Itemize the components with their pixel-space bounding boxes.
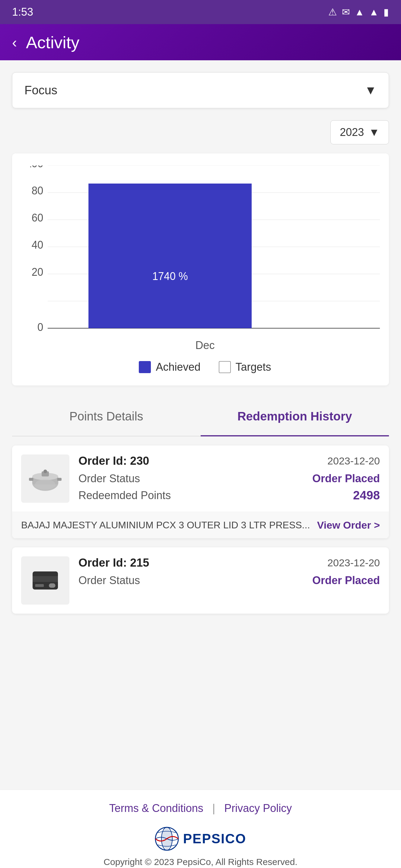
- footer-links: Terms & Conditions | Privacy Policy: [12, 802, 389, 815]
- order-1-details: Order Id: 230 2023-12-20 Order Status Or…: [79, 455, 380, 502]
- chart-legend: Achieved Targets: [30, 361, 380, 373]
- order-1-points-row: Redeemded Points 2498: [79, 489, 380, 502]
- view-order-1-link[interactable]: View Order >: [317, 519, 380, 531]
- order-1-footer: BAJAJ MAJESTY ALUMINIUM PCX 3 OUTER LID …: [12, 512, 389, 538]
- order-1-status-value: Order Placed: [312, 472, 380, 485]
- order-card-2: Order Id: 215 2023-12-20 Order Status Or…: [12, 547, 389, 614]
- year-chevron-icon: ▼: [369, 126, 379, 138]
- order-1-image: [21, 455, 69, 503]
- status-bar: 1:53 ⚠ ✉ ▲ ▲ ▮: [0, 0, 401, 24]
- svg-point-22: [35, 479, 55, 490]
- svg-text:40: 40: [32, 239, 44, 251]
- order-2-details: Order Id: 215 2023-12-20 Order Status Or…: [79, 556, 380, 590]
- battery-icon: ▮: [383, 6, 389, 18]
- order-2-date: 2023-12-20: [327, 557, 380, 569]
- achieved-label: Achieved: [156, 361, 200, 373]
- svg-text:0: 0: [37, 321, 43, 333]
- svg-rect-13: [88, 184, 252, 328]
- footer: Terms & Conditions | Privacy Policy PEPS…: [0, 789, 401, 868]
- svg-text:100: 100: [30, 165, 43, 169]
- targets-color-box: [219, 361, 231, 373]
- svg-text:60: 60: [32, 212, 44, 224]
- achieved-color-box: [139, 361, 151, 373]
- footer-logo-row: PEPSICO: [12, 827, 389, 851]
- bar-chart: 100 80 60 40 20 0 1740 %: [30, 165, 380, 334]
- legend-achieved: Achieved: [139, 361, 200, 373]
- pepsico-globe-icon: [155, 827, 179, 851]
- order-1-id-row: Order Id: 230 2023-12-20: [79, 455, 380, 467]
- chart-area: 100 80 60 40 20 0 1740 %: [30, 165, 380, 334]
- message-icon: ✉: [342, 6, 350, 18]
- year-dropdown[interactable]: 2023 ▼: [331, 120, 389, 144]
- order-2-id-row: Order Id: 215 2023-12-20: [79, 556, 380, 569]
- dropdown-chevron-icon: ▼: [365, 84, 377, 97]
- svg-rect-25: [35, 584, 44, 587]
- order-1-status-row: Order Status Order Placed: [79, 472, 380, 485]
- svg-rect-24: [33, 576, 58, 582]
- order-1-points-value: 2498: [353, 489, 380, 502]
- page-header: ‹ Activity: [0, 24, 401, 60]
- order-2-status-row: Order Status Order Placed: [79, 574, 380, 587]
- svg-point-19: [44, 470, 47, 473]
- order-1-date: 2023-12-20: [327, 455, 380, 467]
- order-card-2-main: Order Id: 215 2023-12-20 Order Status Or…: [12, 547, 389, 614]
- svg-text:20: 20: [32, 266, 44, 278]
- wifi-icon: ▲: [355, 7, 365, 18]
- status-time: 1:53: [12, 6, 33, 19]
- svg-rect-20: [29, 478, 33, 481]
- signal-icon: ▲: [369, 7, 379, 18]
- order-2-image: [21, 556, 69, 604]
- tab-points-details[interactable]: Points Details: [12, 398, 201, 436]
- tabs: Points Details Redemption History: [12, 398, 389, 436]
- warning-icon: ⚠: [328, 6, 337, 18]
- order-2-status-value: Order Placed: [312, 574, 380, 587]
- main-content: Focus ▼ 2023 ▼ 100 80 60 40: [0, 60, 401, 789]
- targets-label: Targets: [236, 361, 271, 373]
- back-button[interactable]: ‹: [12, 34, 17, 51]
- order-2-status-label: Order Status: [79, 574, 140, 587]
- terms-link[interactable]: Terms & Conditions: [109, 802, 203, 815]
- order-1-points-label: Redeemded Points: [79, 489, 171, 502]
- svg-text:80: 80: [32, 184, 44, 196]
- focus-dropdown[interactable]: Focus ▼: [12, 72, 389, 108]
- footer-divider: |: [212, 802, 215, 815]
- order-card-1-main: Order Id: 230 2023-12-20 Order Status Or…: [12, 445, 389, 512]
- privacy-link[interactable]: Privacy Policy: [224, 802, 292, 815]
- legend-targets: Targets: [219, 361, 271, 373]
- svg-rect-26: [49, 584, 56, 588]
- order-1-status-label: Order Status: [79, 472, 140, 485]
- svg-rect-21: [57, 478, 62, 481]
- svg-text:1740 %: 1740 %: [152, 270, 188, 282]
- status-icons: ⚠ ✉ ▲ ▲ ▮: [328, 6, 389, 18]
- year-row: 2023 ▼: [12, 120, 389, 144]
- pepsico-name: PEPSICO: [183, 831, 247, 846]
- order-card-1: Order Id: 230 2023-12-20 Order Status Or…: [12, 445, 389, 538]
- year-value: 2023: [340, 126, 364, 138]
- pepsico-logo: PEPSICO: [155, 827, 247, 851]
- chart-x-label: Dec: [30, 339, 380, 352]
- focus-value: Focus: [24, 84, 57, 97]
- page-title: Activity: [26, 33, 79, 52]
- order-1-product-name: BAJAJ MAJESTY ALUMINIUM PCX 3 OUTER LID …: [21, 520, 311, 531]
- footer-copyright: Copyright © 2023 PepsiCo, All Rights Res…: [12, 857, 389, 867]
- order-2-id: Order Id: 215: [79, 556, 149, 569]
- chart-container: 100 80 60 40 20 0 1740 % Dec Achieved Ta…: [12, 153, 389, 385]
- tab-redemption-history[interactable]: Redemption History: [201, 398, 389, 436]
- order-1-id: Order Id: 230: [79, 455, 149, 467]
